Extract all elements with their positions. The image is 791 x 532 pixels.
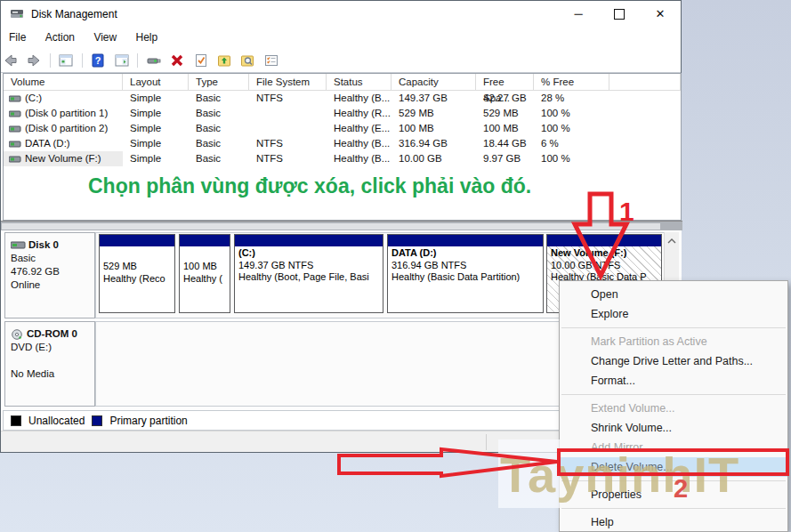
partition-size: 149.37 GB NTFS (238, 260, 383, 272)
col-volume[interactable]: Volume (4, 74, 123, 91)
menu-file[interactable]: File (1, 28, 34, 44)
scrollbar-thumb[interactable] (2, 223, 660, 230)
toolbar-separator (82, 53, 83, 68)
table-row[interactable]: (Disk 0 partition 1) Simple Basic Health… (4, 106, 681, 121)
partition-size: 529 MB (103, 261, 174, 273)
menu-item-format[interactable]: Format... (560, 371, 787, 391)
disk-icon (11, 240, 26, 250)
minimize-icon: ─ (574, 7, 582, 20)
partition-data-d[interactable]: DATA (D:) 316.94 GB NTFS Healthy (Basic … (387, 234, 544, 313)
cdrom-label-panel[interactable]: CD-ROM 0 DVD (E:) No Media (4, 321, 95, 407)
partition-status: Healthy (Boot, Page File, Basi (238, 271, 383, 284)
cell-volume: (Disk 0 partition 2) (25, 121, 108, 136)
app-disk-icon (10, 7, 24, 24)
step2-arrow-icon (335, 441, 562, 482)
primary-partition-swatch (92, 415, 102, 426)
col-type[interactable]: Type (189, 74, 249, 91)
table-row[interactable]: (Disk 0 partition 2) Simple Basic Health… (4, 121, 681, 136)
partition-name: (C:) (238, 247, 383, 260)
cell-type: Basic (189, 91, 249, 106)
partition-color-band (388, 235, 543, 246)
disk0-name: Disk 0 (28, 238, 59, 252)
disk0-size: 476.92 GB (11, 265, 94, 278)
svg-text:?: ? (95, 55, 101, 66)
action-pane-icon[interactable] (115, 53, 129, 68)
delete-x-icon[interactable] (170, 53, 184, 68)
cdrom-media: No Media (11, 367, 94, 381)
volume-icon (9, 94, 21, 103)
cell-layout: Simple (123, 91, 189, 106)
partition-status: Healthy (Reco (103, 273, 174, 286)
check-document-icon[interactable] (194, 53, 208, 68)
volume-icon (9, 125, 21, 133)
maximize-button[interactable] (599, 1, 640, 28)
close-button[interactable]: ✕ (640, 1, 681, 28)
col-freespace[interactable]: Free Spa... (476, 74, 534, 91)
menu-bar: File Action View Help (1, 28, 681, 49)
menu-item-extend-volume: Extend Volume... (560, 399, 787, 418)
cell-volume: (Disk 0 partition 1) (25, 106, 108, 121)
cell-pct: 28 % (534, 91, 609, 106)
table-row-selected[interactable]: New Volume (F:) Simple Basic NTFS Health… (4, 151, 681, 166)
forward-arrow-icon[interactable] (27, 53, 41, 68)
delete-volume-highlight-box (557, 448, 789, 476)
step1-number: 1 (619, 197, 634, 227)
cell-status: Healthy (B... (327, 91, 391, 106)
menu-item-mark-partition-active: Mark Partition as Active (560, 332, 787, 351)
desktop: Disk Management ─ ✕ File Action View Hel… (0, 0, 791, 532)
col-pctfree[interactable]: % Free (534, 74, 609, 91)
menu-item-open[interactable]: Open (560, 285, 787, 304)
partition-efi[interactable]: 100 MB Healthy ( (179, 234, 230, 313)
table-row[interactable]: DATA (D:) Simple Basic NTFS Healthy (B..… (4, 136, 681, 151)
menu-action[interactable]: Action (37, 28, 83, 44)
folder-up-icon[interactable] (217, 53, 231, 68)
disk0-type: Basic (11, 252, 94, 265)
partition-status: Healthy (Basic Data Partition) (391, 271, 543, 284)
menu-item-shrink-volume[interactable]: Shrink Volume... (560, 418, 787, 438)
partition-color-band (180, 235, 230, 246)
back-arrow-icon[interactable] (4, 53, 18, 68)
disk0-label-panel[interactable]: Disk 0 Basic 476.92 GB Online (4, 232, 95, 318)
partition-size: 100 MB (183, 261, 230, 273)
menu-separator (561, 508, 786, 509)
col-filesystem[interactable]: File System (249, 74, 327, 91)
col-capacity[interactable]: Capacity (391, 74, 476, 91)
maximize-icon (614, 9, 625, 20)
minimize-button[interactable]: ─ (558, 1, 599, 28)
toolbar-separator (137, 53, 138, 68)
table-row[interactable]: (C:) Simple Basic NTFS Healthy (B... 149… (4, 91, 681, 106)
partition-name: DATA (D:) (391, 247, 543, 260)
volume-icon (9, 109, 21, 118)
menu-item-change-drive-letter[interactable]: Change Drive Letter and Paths... (560, 351, 787, 371)
toolbar-separator (50, 53, 51, 68)
partition-status: Healthy ( (183, 273, 230, 286)
partition-color-band (235, 235, 383, 246)
folder-search-icon[interactable] (240, 53, 254, 68)
checklist-icon[interactable] (264, 53, 278, 68)
partition-c[interactable]: (C:) 149.37 GB NTFS Healthy (Boot, Page … (234, 234, 383, 313)
cell-free: 42.27 GB (476, 91, 534, 106)
console-tree-icon[interactable] (59, 53, 73, 68)
menu-item-explore[interactable]: Explore (560, 304, 787, 324)
partition-recovery[interactable]: 529 MB Healthy (Reco (99, 234, 175, 313)
help-icon[interactable]: ? (91, 53, 105, 68)
partition-color-band (100, 235, 174, 246)
step2-number: 2 (674, 474, 688, 504)
menu-separator (561, 394, 786, 395)
cell-fs: NTFS (249, 91, 327, 106)
title-bar[interactable]: Disk Management ─ ✕ (1, 1, 681, 28)
col-status[interactable]: Status (327, 74, 391, 91)
cell-volume: (C:) (25, 91, 42, 106)
toolbar: ? (1, 49, 681, 73)
partition-size: 316.94 GB NTFS (391, 260, 543, 272)
cd-icon (11, 329, 24, 340)
close-icon: ✕ (656, 7, 666, 20)
volume-icon (9, 155, 21, 164)
menu-item-help[interactable]: Help (560, 512, 787, 532)
menu-help[interactable]: Help (128, 28, 166, 44)
menu-separator (561, 327, 786, 328)
rescan-device-icon[interactable] (147, 53, 161, 68)
scroll-up-icon[interactable] (665, 232, 679, 247)
menu-view[interactable]: View (85, 28, 125, 44)
col-layout[interactable]: Layout (123, 74, 189, 91)
